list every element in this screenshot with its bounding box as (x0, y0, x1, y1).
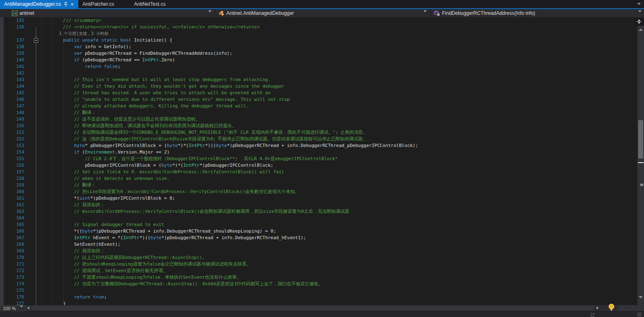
glyph-margin[interactable] (0, 136, 12, 142)
vertical-scrollbar[interactable] (637, 17, 644, 305)
glyph-margin[interactable] (0, 294, 12, 301)
tab-overflow-chevron-icon[interactable] (637, 3, 641, 5)
glyph-margin[interactable] (0, 169, 12, 175)
code-line[interactable]: 146 // "unable to attach due to differen… (0, 96, 637, 103)
code-line[interactable]: 153 byte* pDebuggerIPCControlBlock = (by… (0, 142, 637, 149)
code-line[interactable]: 176 return true; (0, 294, 637, 301)
glyph-margin[interactable] (0, 123, 12, 129)
code-line[interactable]: 174 // 但是为了完整模拟DebuggerRCThread::AsyncSt… (0, 281, 637, 287)
code-line[interactable]: 150 // 即使调试器附加成功，调试器也不会得到任何消息因为调试器线程已经退出… (0, 123, 637, 129)
glyph-margin[interactable] (0, 248, 12, 254)
horizontal-scrollbar-thumb[interactable] (31, 306, 594, 310)
code-line[interactable]: 145 // thread has exited. A user who tri… (0, 90, 637, 96)
glyph-margin[interactable] (0, 189, 12, 195)
glyph-margin[interactable] (0, 156, 12, 162)
code-line[interactable]: 157 // Set size field to 0. mscordbi!Cor… (0, 169, 637, 175)
glyph-margin[interactable] (0, 24, 12, 30)
code-line[interactable]: 171 // 把shouldKeepLooping设置为false会让已附加的调… (0, 261, 637, 268)
code-line[interactable]: 142 (0, 70, 637, 77)
pin-icon[interactable] (63, 1, 68, 7)
code-line[interactable]: 152 // 这（指的是把DebuggerIPCControlBlock的siz… (0, 136, 637, 142)
code-line[interactable]: 151 // 尝试附加调试器会得到一个CORDBG_E_DEBUGGING_NO… (0, 129, 637, 136)
member-dropdown[interactable]: FindDebuggerRCThreadAddress(Info info) (431, 9, 644, 17)
glyph-margin[interactable] (0, 116, 12, 123)
glyph-margin[interactable] (0, 110, 12, 116)
glyph-margin[interactable] (0, 149, 12, 156)
code-line[interactable]: 136 /// <returns><c>true</c> if successf… (0, 24, 637, 30)
code-line[interactable]: 143 // This isn't needed but it will at … (0, 77, 637, 83)
tab-antipatcher[interactable]: AntiPatcher.cs (78, 0, 130, 8)
glyph-margin[interactable] (0, 77, 12, 83)
glyph-margin[interactable] (0, 63, 12, 70)
code-line[interactable]: 164 (0, 215, 637, 221)
code-line[interactable]: 170 // 以上三行代码是模拟DebuggerRCThread::AsyncS… (0, 254, 637, 261)
glyph-margin[interactable] (0, 17, 12, 24)
glyph-margin[interactable] (0, 90, 12, 96)
code-line[interactable]: 163 // mscordbi!CordbProcess::VerifyCont… (0, 208, 637, 215)
glyph-margin[interactable] (0, 261, 12, 268)
code-line[interactable]: 148 // 翻译： (0, 110, 637, 116)
glyph-margin[interactable] (0, 44, 12, 50)
zoom-level-dropdown[interactable]: 100 % (0, 305, 26, 311)
code-line[interactable]: 161 *(uint*)pDebuggerIPCControlBlock = 0… (0, 195, 637, 202)
glyph-margin[interactable] (0, 175, 12, 182)
glyph-margin[interactable] (0, 301, 12, 305)
code-line[interactable]: 149 // 这不是必须的，但是这至少可以阻止托管调试器附加进程。 (0, 116, 637, 123)
codelens-text[interactable]: 1 个引用|文煌，3 小时前 (37, 30, 108, 37)
scroll-up-arrow-icon[interactable] (639, 28, 643, 31)
glyph-margin[interactable] (0, 235, 12, 241)
glyph-margin[interactable] (0, 287, 12, 294)
code-line[interactable]: 155 // CLR 2.0下，这个是一个数组指针（DebuggerIPCCon… (0, 156, 637, 162)
code-line[interactable]: 156 pDebuggerIPCControlBlock = (byte*)*(… (0, 162, 637, 169)
glyph-margin[interactable] (0, 208, 12, 215)
code-editor[interactable]: 135 /// </summary>136 /// <returns><c>tr… (0, 17, 644, 305)
code-line[interactable]: 173 // 不设置shouldKeepLooping为false，单独执行Se… (0, 274, 637, 281)
close-icon[interactable]: × (70, 1, 74, 7)
code-line[interactable]: 160 // 把size字段设置为0，mscordbi!CordbProcess… (0, 189, 637, 195)
glyph-margin[interactable] (0, 30, 12, 37)
code-line[interactable]: 159 // 翻译： (0, 182, 637, 189)
code-line[interactable]: 162 // 我添加的： (0, 202, 637, 208)
split-window-handle[interactable] (634, 17, 644, 26)
vertical-scrollbar-thumb[interactable] (638, 120, 643, 158)
glyph-margin[interactable] (0, 268, 12, 274)
glyph-margin[interactable] (0, 162, 12, 169)
glyph-margin[interactable] (0, 142, 12, 149)
code-line[interactable]: 168 SetEvent(hEvent); (0, 241, 637, 248)
glyph-margin[interactable] (0, 83, 12, 90)
scroll-down-arrow-icon[interactable] (639, 296, 643, 298)
code-line[interactable]: 154 if (Environment.Version.Major == 2) (0, 149, 637, 156)
glyph-margin[interactable] (0, 129, 12, 136)
glyph-margin[interactable] (0, 37, 12, 44)
glyph-margin[interactable] (0, 103, 12, 110)
glyph-margin[interactable] (0, 274, 12, 281)
code-line[interactable]: 165 // Signal debugger thread to exit (0, 221, 637, 228)
scroll-left-arrow-icon[interactable] (27, 306, 29, 310)
code-line[interactable]: 137 public unsafe static bool Initialize… (0, 37, 637, 44)
scroll-right-arrow-icon[interactable] (597, 306, 599, 310)
code-line[interactable]: 169 // 我添加的： (0, 248, 637, 254)
glyph-margin[interactable] (0, 70, 12, 77)
glyph-margin[interactable] (0, 281, 12, 287)
code-line[interactable]: 147 // already attached debuggers. Killi… (0, 103, 637, 110)
code-line[interactable]: 177 } (0, 301, 637, 305)
code-line[interactable]: 158 // when it detects an unknown size. (0, 175, 637, 182)
glyph-margin[interactable] (0, 96, 12, 103)
glyph-margin[interactable] (0, 241, 12, 248)
code-line[interactable]: 167 IntPtr hEvent = *(IntPtr*)((byte*)pD… (0, 235, 637, 241)
glyph-margin[interactable] (0, 202, 12, 208)
glyph-margin[interactable] (0, 57, 12, 63)
tab-antinettest[interactable]: AntiNetTest.cs (130, 0, 181, 8)
code-line[interactable]: 138 var info = GetInfo(); (0, 44, 637, 50)
code-line[interactable]: 135 /// </summary> (0, 17, 637, 24)
lightbulb-icon[interactable] (607, 303, 616, 311)
tab-antimanageddebugger[interactable]: AntiManagedDebugger.cs × (0, 0, 78, 8)
glyph-margin[interactable] (0, 215, 12, 221)
code-line[interactable]: 140 if (pDebuggerRCThread == IntPtr.Zero… (0, 57, 637, 63)
code-line[interactable]: 139 var pDebuggerRCThread = FindDebugger… (0, 50, 637, 57)
glyph-margin[interactable] (0, 182, 12, 189)
glyph-margin[interactable] (0, 228, 12, 235)
glyph-margin[interactable] (0, 221, 12, 228)
glyph-margin[interactable] (0, 254, 12, 261)
type-dropdown[interactable]: Antinet.AntiManagedDebugger (216, 9, 429, 17)
